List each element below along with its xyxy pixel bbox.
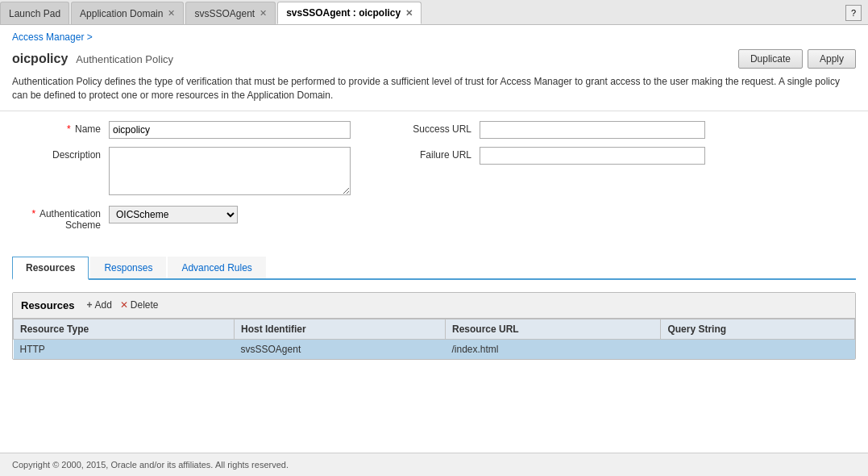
success-url-input-wrapper (480, 121, 856, 139)
col-query-string: Query String (661, 319, 855, 339)
tab-label-svsssoagent-oicpolicy: svsSSOAgent : oicpolicy (286, 7, 401, 19)
add-icon: + (86, 299, 92, 311)
tab-svsssoagent-oicpolicy[interactable]: svsSSOAgent : oicpolicy ✕ (277, 2, 422, 24)
tab-resources[interactable]: Resources (12, 257, 89, 280)
failure-url-input-wrapper (480, 147, 856, 165)
success-url-label: Success URL (383, 121, 480, 135)
success-url-input[interactable] (480, 121, 705, 139)
main-content: Access Manager > oicpolicy Authenticatio… (0, 25, 868, 453)
tab-application-domain[interactable]: Application Domain ✕ (71, 2, 184, 24)
name-row: * Name (12, 121, 351, 139)
tab-advanced-rules[interactable]: Advanced Rules (168, 257, 265, 278)
tab-label-launch-pad: Launch Pad (9, 8, 60, 19)
auth-scheme-select-wrapper: OICScheme (109, 206, 351, 223)
tab-help-area: ? (839, 2, 868, 24)
description-text: Authentication Policy defines the type o… (0, 75, 868, 111)
apply-button[interactable]: Apply (808, 49, 856, 69)
name-input-wrapper (109, 121, 351, 139)
resources-table: Resource Type Host Identifier Resource U… (13, 319, 855, 359)
delete-icon: ✕ (120, 299, 128, 311)
cell-query-string (661, 339, 855, 359)
add-label: Add (95, 299, 112, 311)
name-label: * Name (12, 121, 109, 135)
resources-table-header: Resource Type Host Identifier Resource U… (14, 319, 855, 339)
tab-close-svsssoagent-oicpolicy[interactable]: ✕ (405, 8, 413, 19)
header-buttons: Duplicate Apply (738, 49, 856, 69)
col-resource-type: Resource Type (14, 319, 235, 339)
success-url-row: Success URL (383, 121, 856, 139)
description-row: Description (12, 147, 351, 198)
name-input[interactable] (109, 121, 351, 139)
form-right: Success URL Failure URL (383, 121, 856, 239)
breadcrumb[interactable]: Access Manager > (0, 25, 868, 46)
table-row[interactable]: HTTP svsSSOAgent /index.html (14, 339, 855, 359)
tab-launch-pad[interactable]: Launch Pad (0, 2, 69, 24)
auth-scheme-select[interactable]: OICScheme (109, 206, 238, 223)
delete-button[interactable]: ✕ Delete (120, 299, 159, 311)
tab-svsssoagent[interactable]: svsSSOAgent ✕ (185, 2, 276, 24)
page-title-area: oicpolicy Authentication Policy (12, 52, 173, 66)
page-header: oicpolicy Authentication Policy Duplicat… (0, 46, 868, 75)
resources-section-title: Resources (21, 299, 74, 311)
tab-responses[interactable]: Responses (90, 257, 166, 278)
name-required-star: * (67, 123, 71, 135)
failure-url-label: Failure URL (383, 147, 480, 161)
tab-close-svsssoagent[interactable]: ✕ (260, 8, 267, 19)
delete-label: Delete (131, 299, 159, 311)
resources-table-body: HTTP svsSSOAgent /index.html (14, 339, 855, 359)
col-host-identifier: Host Identifier (235, 319, 446, 339)
auth-scheme-input-wrapper: OICScheme (109, 206, 351, 223)
page-subtitle: Authentication Policy (76, 53, 173, 65)
auth-scheme-label: * Authentication Scheme (12, 206, 109, 231)
cell-resource-type: HTTP (14, 339, 235, 359)
cell-resource-url: /index.html (446, 339, 661, 359)
add-button[interactable]: + Add (86, 299, 111, 311)
tab-bar: Launch Pad Application Domain ✕ svsSSOAg… (0, 0, 868, 25)
resources-section: Resources + Add ✕ Delete Resource Type H… (12, 292, 856, 360)
form-left: * Name Description * Authentication Sche… (12, 121, 351, 239)
page-title: oicpolicy (12, 52, 68, 66)
failure-url-row: Failure URL (383, 147, 856, 165)
description-label: Description (12, 147, 109, 161)
description-input[interactable] (109, 147, 351, 195)
form-area: * Name Description * Authentication Sche… (0, 111, 868, 248)
resources-header: Resources + Add ✕ Delete (13, 293, 855, 319)
tab-close-application-domain[interactable]: ✕ (168, 8, 175, 19)
failure-url-input[interactable] (480, 147, 705, 165)
tab-label-svsssoagent: svsSSOAgent (194, 8, 255, 19)
auth-scheme-required-star: * (32, 208, 36, 219)
help-icon[interactable]: ? (845, 5, 862, 21)
cell-host-identifier: svsSSOAgent (235, 339, 446, 359)
col-resource-url: Resource URL (446, 319, 661, 339)
content-tabs: Resources Responses Advanced Rules (12, 257, 856, 280)
duplicate-button[interactable]: Duplicate (738, 49, 803, 69)
tab-label-application-domain: Application Domain (80, 8, 163, 19)
auth-scheme-row: * Authentication Scheme OICScheme (12, 206, 351, 231)
resources-header-row: Resource Type Host Identifier Resource U… (14, 319, 855, 339)
breadcrumb-link[interactable]: Access Manager > (12, 31, 93, 43)
description-input-wrapper (109, 147, 351, 198)
resources-actions: + Add ✕ Delete (86, 299, 158, 311)
